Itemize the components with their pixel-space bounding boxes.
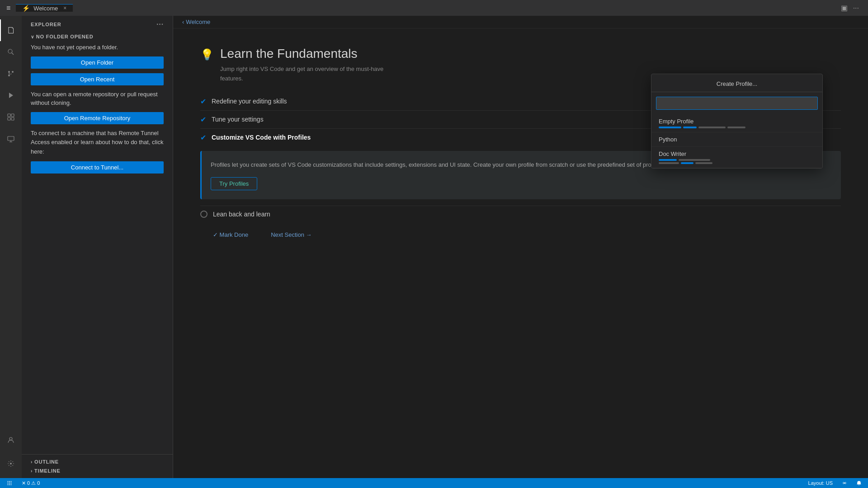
profile-bar-dw-2	[679, 159, 710, 161]
section-label-tune[interactable]: Tune your settings	[212, 116, 264, 123]
create-profile-panel: Create Profile... Empty Profile Python D…	[651, 74, 823, 169]
learn-title: Learn the Fundamentals	[220, 47, 401, 61]
activity-bar	[0, 16, 22, 478]
svg-rect-6	[8, 114, 10, 117]
error-count-label: ✕ 0	[22, 480, 30, 486]
activity-item-extensions[interactable]	[0, 106, 22, 128]
open-remote-repository-button[interactable]: Open Remote Repository	[31, 112, 164, 124]
next-section-link[interactable]: Next Section →	[271, 231, 311, 238]
more-actions-icon[interactable]: ···	[853, 4, 859, 12]
svg-rect-9	[11, 117, 14, 120]
footer-actions: ✓ Mark Done Next Section →	[213, 222, 841, 243]
profile-item-empty-bars	[659, 127, 815, 128]
svg-point-13	[9, 437, 12, 440]
outline-panel-header[interactable]: › OUTLINE	[22, 457, 173, 466]
status-errors[interactable]: ✕ 0 ⚠ 0	[20, 480, 42, 486]
activity-item-explorer[interactable]	[0, 19, 22, 41]
profile-item-python-name: Python	[659, 136, 815, 143]
svg-point-4	[12, 71, 14, 73]
timeline-panel-label: TIMELINE	[34, 468, 61, 474]
folder-section-header[interactable]: ∨ No Folder Opened	[31, 31, 164, 43]
title-bar-right: ▣ ···	[841, 4, 863, 12]
folder-section-label: No Folder Opened	[36, 34, 94, 39]
main-layout: Explorer ··· ∨ No Folder Opened You have…	[0, 16, 868, 478]
outline-panel-label: OUTLINE	[34, 459, 59, 465]
profile-bar-dw-3	[659, 162, 679, 164]
status-bar-right: Layout: US	[807, 480, 863, 486]
breadcrumb-back-icon[interactable]: ‹	[182, 19, 184, 25]
layout-text: Layout: US	[808, 480, 833, 486]
welcome-tab[interactable]: ⚡ Welcome ×	[16, 4, 73, 12]
title-bar-left: ≡ ⚡ Welcome ×	[5, 2, 156, 14]
connect-to-tunnel-button[interactable]: Connect to Tunnel...	[31, 161, 164, 174]
learn-header-text: Learn the Fundamentals Jump right into V…	[220, 47, 401, 84]
activity-item-source-control[interactable]	[0, 63, 22, 84]
sidebar: Explorer ··· ∨ No Folder Opened You have…	[22, 16, 173, 478]
breadcrumb: ‹ Welcome	[173, 16, 868, 28]
open-recent-button[interactable]: Open Recent	[31, 73, 164, 85]
mark-done-link[interactable]: ✓ Mark Done	[213, 231, 248, 238]
try-profiles-button[interactable]: Try Profiles	[211, 177, 257, 190]
check-done-icon: ✔	[200, 97, 206, 106]
svg-rect-8	[8, 117, 10, 120]
tab-close-button[interactable]: ×	[63, 5, 66, 11]
sidebar-bottom-panels: › OUTLINE › TIMELINE	[22, 454, 173, 478]
svg-point-14	[10, 463, 12, 465]
broadcast-icon[interactable]	[840, 480, 849, 486]
svg-line-1	[12, 53, 14, 55]
no-folder-text: You have not yet opened a folder.	[31, 43, 164, 52]
section-label-profiles[interactable]: Customize VS Code with Profiles	[212, 134, 311, 141]
bell-icon[interactable]	[854, 480, 863, 486]
profile-item-python[interactable]: Python	[651, 132, 822, 147]
breadcrumb-label: Welcome	[186, 19, 210, 25]
split-editor-icon[interactable]: ▣	[841, 4, 848, 12]
activity-item-account[interactable]	[0, 429, 22, 451]
create-profile-input[interactable]	[656, 97, 818, 110]
status-bar-left: ✕ 0 ⚠ 0	[5, 480, 42, 486]
profile-item-empty-name: Empty Profile	[659, 118, 815, 125]
learn-icon: 💡	[200, 48, 214, 61]
folder-chevron-icon: ∨	[31, 34, 34, 39]
tab-label: Welcome	[33, 5, 58, 12]
activity-bar-bottom	[0, 429, 22, 478]
section-item-lean[interactable]: Lean back and learn	[200, 206, 841, 222]
learn-subtitle: Jump right into VS Code and get an overv…	[220, 65, 401, 84]
profile-bar-dw-4	[681, 162, 693, 164]
title-bar: ≡ ⚡ Welcome × ▣ ···	[0, 0, 868, 16]
status-bar: ✕ 0 ⚠ 0 Layout: US	[0, 478, 868, 488]
sidebar-more-options[interactable]: ···	[156, 20, 164, 28]
profile-bar-3	[698, 127, 726, 128]
layout-label[interactable]: Layout: US	[807, 480, 835, 486]
profile-bar-dw-5	[695, 162, 712, 164]
svg-rect-10	[8, 136, 14, 141]
profile-bar-4	[727, 127, 745, 128]
section-label-redefine[interactable]: Redefine your editing skills	[212, 98, 287, 105]
status-remote-icon[interactable]	[5, 480, 14, 486]
timeline-chevron-icon: ›	[31, 469, 33, 474]
svg-point-0	[8, 49, 12, 53]
timeline-panel-header[interactable]: › TIMELINE	[22, 466, 173, 475]
activity-item-remote-explorer[interactable]	[0, 128, 22, 150]
open-folder-button[interactable]: Open Folder	[31, 56, 164, 69]
circle-pending-icon	[200, 211, 208, 218]
sidebar-content: ∨ No Folder Opened You have not yet open…	[22, 31, 173, 454]
profile-item-doc-writer[interactable]: Doc Writer	[651, 147, 822, 168]
tab-bar: ⚡ Welcome ×	[16, 4, 156, 12]
profile-item-empty[interactable]: Empty Profile	[651, 114, 822, 132]
svg-rect-7	[11, 114, 14, 117]
profile-item-doc-writer-bars-2	[659, 162, 815, 164]
editor-area: ‹ Welcome 💡 Learn the Fundamentals Jump …	[173, 16, 868, 478]
warning-count-label: ⚠ 0	[31, 480, 40, 486]
activity-item-search[interactable]	[0, 41, 22, 63]
profile-bar-1	[659, 127, 681, 128]
profile-item-doc-writer-name: Doc Writer	[659, 150, 815, 157]
profile-bar-dw-1	[659, 159, 677, 161]
activity-item-run[interactable]	[0, 84, 22, 106]
activity-item-settings[interactable]	[0, 453, 22, 474]
remote-repo-text: You can open a remote repository or pull…	[31, 90, 164, 108]
section-label-lean[interactable]: Lean back and learn	[213, 211, 270, 218]
outline-chevron-icon: ›	[31, 460, 33, 465]
welcome-container: 💡 Learn the Fundamentals Jump right into…	[173, 28, 868, 478]
create-profile-header: Create Profile...	[651, 74, 822, 92]
hamburger-menu-icon[interactable]: ≡	[5, 2, 12, 14]
